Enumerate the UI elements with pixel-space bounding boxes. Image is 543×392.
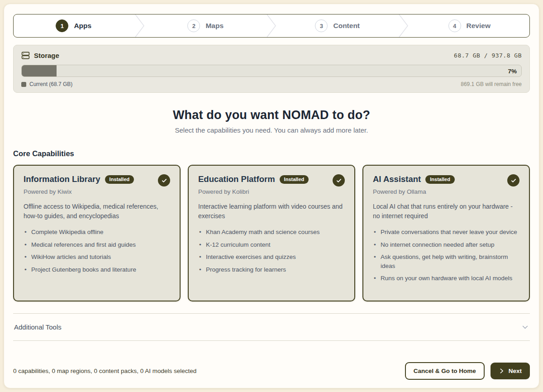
list-item: No internet connection needed after setu… [373, 240, 519, 249]
card-description: Interactive learning platform with video… [198, 202, 345, 221]
storage-progress-bar: 7% [21, 65, 522, 77]
next-button[interactable]: Next [491, 363, 530, 379]
list-item: Khan Academy math and science courses [198, 228, 345, 237]
card-feature-list: Khan Academy math and science courses K-… [198, 228, 345, 274]
storage-remaining-label: 869.1 GB will remain free [461, 81, 522, 87]
card-description: Offline access to Wikipedia, medical ref… [24, 202, 170, 221]
cancel-go-home-button[interactable]: Cancel & Go to Home [405, 362, 485, 380]
capability-cards-grid: Information Library Installed Powered by… [13, 165, 530, 301]
step-number-badge: 4 [448, 19, 461, 32]
storage-percent-label: 7% [508, 67, 517, 74]
list-item: Runs on your own hardware with local AI … [373, 274, 519, 283]
chevron-right-icon [499, 368, 505, 374]
step-number-badge: 1 [56, 19, 68, 32]
core-capabilities-heading: Core Capabilities [13, 149, 530, 158]
card-feature-list: Private conversations that never leave y… [373, 228, 519, 283]
chevron-separator-icon [134, 14, 146, 37]
capability-card-education-platform[interactable]: Education Platform Installed Powered by … [188, 165, 355, 301]
step-apps[interactable]: 1 Apps [14, 14, 134, 37]
powered-by-label: Powered by Kiwix [24, 188, 170, 195]
card-title: Education Platform [198, 174, 275, 184]
storage-card: Storage 68.7 GB / 937.8 GB 7% Current (6… [13, 45, 530, 93]
card-title: AI Assistant [373, 174, 421, 184]
step-label: Review [467, 22, 491, 30]
step-maps[interactable]: 2 Maps [146, 14, 266, 37]
storage-legend-current: Current (68.7 GB) [21, 81, 72, 87]
wizard-stepper: 1 Apps 2 Maps 3 Content 4 Review [13, 14, 530, 38]
chevron-separator-icon [266, 14, 277, 37]
card-feature-list: Complete Wikipedia offline Medical refer… [24, 228, 170, 274]
installed-badge: Installed [105, 175, 134, 184]
card-title: Information Library [24, 174, 100, 184]
additional-tools-toggle[interactable]: Additional Tools [13, 314, 530, 341]
list-item: Project Gutenberg books and literature [24, 265, 170, 274]
powered-by-label: Powered by Ollama [373, 188, 519, 195]
powered-by-label: Powered by Kolibri [198, 188, 345, 195]
next-button-label: Next [509, 368, 522, 374]
step-content[interactable]: 3 Content [277, 14, 398, 37]
storage-bar-fill [22, 65, 57, 76]
installed-badge: Installed [280, 175, 309, 184]
list-item: Progress tracking for learners [198, 265, 345, 274]
page-subtitle: Select the capabilities you need. You ca… [13, 126, 530, 134]
step-number-badge: 2 [187, 19, 200, 32]
step-review[interactable]: 4 Review [410, 14, 530, 37]
storage-usage-value: 68.7 GB / 937.8 GB [454, 52, 522, 59]
installed-badge: Installed [425, 175, 455, 184]
legend-label: Current (68.7 GB) [29, 81, 72, 87]
chevron-down-icon [521, 323, 529, 331]
capability-card-information-library[interactable]: Information Library Installed Powered by… [13, 165, 181, 301]
card-description: Local AI chat that runs entirely on your… [373, 202, 519, 221]
database-icon [21, 51, 30, 60]
list-item: Interactive exercises and quizzes [198, 253, 345, 262]
setup-wizard-panel: 1 Apps 2 Maps 3 Content 4 Review [4, 4, 539, 388]
list-item: Medical references and first aid guides [24, 240, 170, 249]
wizard-footer: 0 capabilities, 0 map regions, 0 content… [13, 356, 530, 380]
chevron-separator-icon [398, 14, 410, 37]
check-circle-icon [507, 174, 519, 186]
step-label: Maps [205, 22, 224, 30]
additional-tools-label: Additional Tools [14, 323, 62, 331]
capability-card-ai-assistant[interactable]: AI Assistant Installed Powered by Ollama… [362, 165, 530, 301]
list-item: K-12 curriculum content [198, 240, 345, 249]
storage-title: Storage [34, 52, 59, 59]
list-item: Ask questions, get help with writing, br… [373, 253, 519, 270]
page-title: What do you want NOMAD to do? [13, 108, 530, 122]
list-item: WikiHow articles and tutorials [24, 253, 170, 262]
check-circle-icon [333, 174, 345, 186]
step-number-badge: 3 [315, 19, 328, 32]
list-item: Complete Wikipedia offline [24, 228, 170, 237]
step-label: Content [333, 22, 360, 30]
list-item: Private conversations that never leave y… [373, 228, 519, 237]
legend-swatch [21, 82, 26, 87]
step-label: Apps [74, 22, 91, 30]
check-circle-icon [158, 174, 170, 186]
selection-summary: 0 capabilities, 0 map regions, 0 content… [13, 368, 196, 374]
